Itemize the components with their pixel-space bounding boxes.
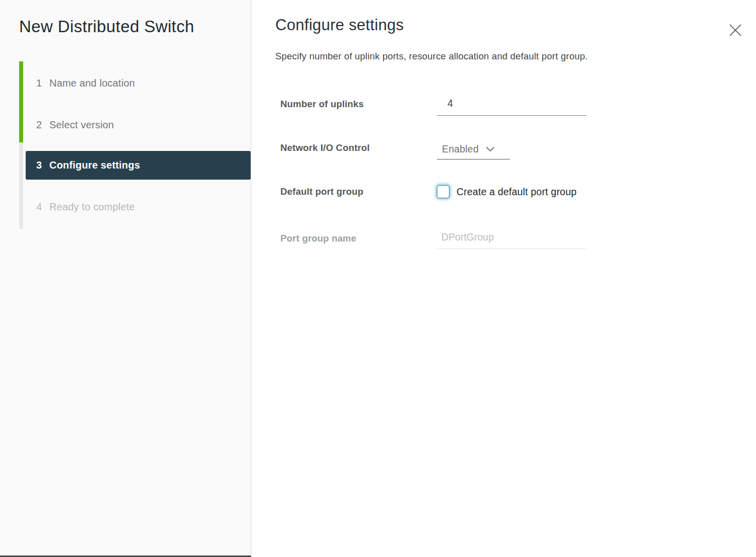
page-title: Configure settings (275, 16, 404, 34)
step-label: Select version (49, 119, 114, 131)
configure-settings-panel: Configure settings Specify number of upl… (252, 0, 756, 557)
page-subtitle: Specify number of uplink ports, resource… (275, 51, 588, 62)
create-default-port-group-checkbox-label[interactable]: Create a default port group (457, 186, 576, 198)
network-io-control-label: Network I/O Control (280, 142, 426, 153)
step-label: Name and location (49, 77, 135, 89)
network-io-control-select[interactable]: Enabled (437, 139, 510, 160)
wizard-title: New Distributed Switch (19, 17, 241, 36)
close-icon[interactable] (727, 22, 744, 39)
number-of-uplinks-label: Number of uplinks (280, 99, 426, 110)
chevron-down-icon (486, 146, 495, 152)
step-label: Configure settings (49, 160, 140, 171)
network-io-control-value: Enabled (442, 143, 479, 155)
default-port-group-row: Create a default port group (437, 184, 576, 199)
wizard-sidebar: New Distributed Switch 1 Name and locati… (0, 0, 251, 557)
step-progress-track (19, 61, 23, 229)
step-number: 1 (36, 77, 49, 89)
sidebar-step-ready-to-complete: 4 Ready to complete (26, 193, 251, 221)
port-group-name-label: Port group name (280, 233, 426, 244)
sidebar-step-select-version[interactable]: 2 Select version (26, 111, 251, 139)
sidebar-step-configure-settings-active[interactable]: 3 Configure settings (26, 151, 251, 180)
sidebar-step-name-and-location[interactable]: 1 Name and location (26, 69, 251, 98)
default-port-group-label: Default port group (280, 186, 426, 197)
step-progress-fill (19, 61, 23, 142)
step-number: 2 (36, 119, 49, 131)
create-default-port-group-checkbox[interactable] (437, 185, 449, 198)
step-label: Ready to complete (49, 201, 135, 213)
new-distributed-switch-dialog: New Distributed Switch 1 Name and locati… (0, 0, 756, 557)
port-group-name-input[interactable] (437, 229, 586, 249)
step-number: 3 (36, 160, 49, 171)
step-number: 4 (36, 201, 49, 213)
number-of-uplinks-input[interactable] (437, 95, 586, 116)
